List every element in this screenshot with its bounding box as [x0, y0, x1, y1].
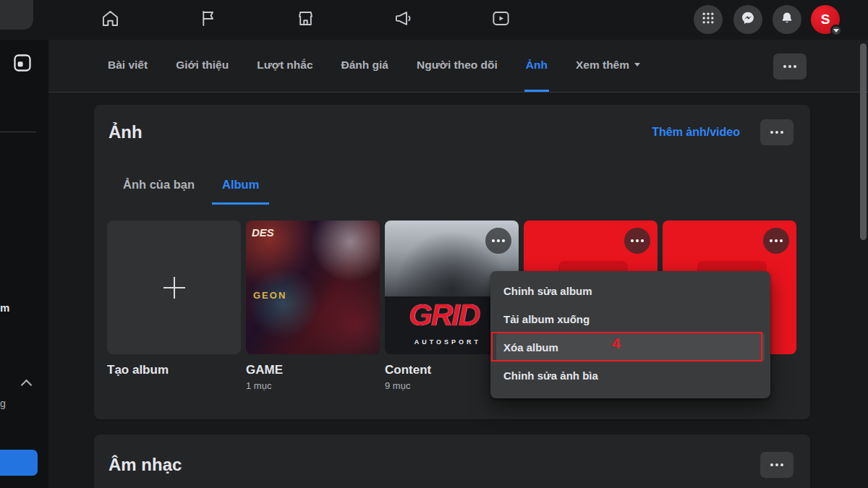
menu-item-label: Xóa album — [503, 341, 558, 354]
album-context-menu: Chỉnh sửa album Tải album xuống Xóa albu… — [490, 271, 770, 398]
album-name[interactable]: GAME — [246, 363, 380, 377]
menu-item-delete-album[interactable]: Xóa album — [496, 333, 765, 361]
avatar-letter: S — [821, 12, 830, 27]
video-icon — [491, 9, 511, 31]
account-chevron-badge — [830, 25, 842, 36]
album-count: 1 mục — [246, 380, 380, 391]
bell-icon — [780, 11, 794, 28]
ellipsis-icon — [631, 239, 644, 242]
music-more-options-button[interactable] — [760, 452, 793, 478]
messenger-button[interactable] — [733, 5, 762, 34]
profile-tab-bar: Bài viết Giới thiệu Lượt nhắc Đánh giá N… — [48, 40, 868, 93]
tab-label: Giới thiệu — [176, 59, 229, 72]
photos-subtabs: Ảnh của bạn Album — [113, 167, 269, 205]
profile-tabs: Bài viết Giới thiệu Lượt nhắc Đánh giá N… — [48, 40, 868, 92]
sidebar-item-label-partial[interactable]: m — [0, 301, 9, 314]
notifications-button[interactable] — [773, 5, 801, 34]
profile-more-options-button[interactable] — [773, 53, 807, 80]
tab-label: Đánh giá — [341, 59, 388, 72]
ellipsis-icon — [770, 239, 783, 242]
subtab-label: Album — [222, 178, 259, 192]
ellipsis-icon — [770, 131, 783, 134]
home-tab[interactable] — [94, 4, 126, 35]
create-album-tile[interactable] — [107, 221, 241, 354]
album-create: Tạo album — [107, 221, 241, 391]
cover-text: AUTOSPORT — [414, 338, 481, 346]
album-options-button[interactable] — [763, 228, 789, 254]
tab-nguoi-theo-doi[interactable]: Người theo dõi — [415, 40, 499, 92]
scrollbar-thumb[interactable] — [860, 43, 867, 240]
photos-more-options-button[interactable] — [760, 119, 793, 145]
megaphone-icon — [393, 9, 413, 31]
ellipsis-icon — [783, 65, 796, 68]
tab-bai-viet[interactable]: Bài viết — [106, 40, 149, 92]
subtab-label: Ảnh của bạn — [123, 178, 195, 192]
sidebar-primary-button[interactable] — [0, 450, 38, 476]
album-game: DES GEON GAME 1 mục — [246, 221, 380, 391]
sidebar-panel-icon — [12, 53, 33, 76]
profile-avatar[interactable]: S — [811, 5, 840, 34]
top-nav: S — [0, 0, 868, 40]
ellipsis-icon — [770, 463, 783, 466]
cover-text: GEON — [253, 290, 286, 301]
corner-overlay — [0, 0, 33, 30]
album-name[interactable]: Tạo album — [107, 363, 241, 377]
menu-item-download-album[interactable]: Tải album xuống — [496, 305, 765, 333]
menu-item-label: Tải album xuống — [503, 313, 590, 325]
sidebar-item-label-partial-2[interactable]: g — [0, 398, 6, 409]
cover-text: DES — [252, 226, 274, 239]
subtab-album[interactable]: Album — [212, 167, 269, 205]
tab-luot-nhac[interactable]: Lượt nhắc — [255, 40, 314, 92]
flag-icon — [198, 9, 218, 31]
subtab-your-photos[interactable]: Ảnh của bạn — [113, 167, 205, 205]
tab-label: Lượt nhắc — [257, 59, 312, 72]
tab-label: Người theo dõi — [417, 59, 498, 72]
tab-label: Bài viết — [108, 59, 148, 72]
menu-item-edit-album[interactable]: Chỉnh sửa album — [496, 277, 765, 305]
add-photo-video-link[interactable]: Thêm ảnh/video — [652, 126, 740, 139]
plus-icon — [163, 277, 185, 299]
home-icon — [101, 9, 120, 31]
ellipsis-icon — [492, 239, 505, 242]
chevron-down-icon — [634, 63, 640, 67]
chevron-down-icon — [833, 29, 839, 33]
cover-text: GRID — [409, 298, 479, 333]
album-options-button[interactable] — [485, 228, 511, 254]
menu-item-label: Chỉnh sửa album — [503, 285, 592, 297]
tab-label: Xem thêm — [576, 59, 629, 72]
menu-item-label: Chỉnh sửa ảnh bìa — [503, 369, 598, 382]
music-title: Âm nhạc — [109, 455, 182, 475]
music-card-header: Âm nhạc — [109, 449, 793, 481]
music-card: Âm nhạc — [94, 435, 810, 488]
apps-grid-icon — [701, 11, 715, 28]
tab-xem-them[interactable]: Xem thêm — [574, 40, 642, 92]
tab-danh-gia[interactable]: Đánh giá — [340, 40, 390, 92]
page-scrollbar — [860, 41, 867, 487]
ads-tab[interactable] — [387, 4, 419, 35]
tab-label: Ảnh — [526, 59, 548, 72]
chevron-up-icon[interactable] — [22, 378, 32, 388]
marketplace-tab[interactable] — [289, 4, 321, 35]
pages-tab[interactable] — [192, 4, 224, 35]
sidebar-divider — [0, 132, 36, 132]
menu-item-edit-cover[interactable]: Chỉnh sửa ảnh bìa — [496, 361, 765, 390]
sidebar-toggle-button[interactable] — [11, 53, 34, 76]
album-cover-game[interactable]: DES GEON — [246, 221, 380, 354]
messenger-icon — [741, 11, 755, 28]
album-options-button[interactable] — [624, 228, 650, 254]
tab-anh[interactable]: Ảnh — [524, 40, 549, 92]
marketplace-icon — [296, 9, 315, 31]
annotation-step-number: 4 — [612, 335, 621, 352]
tab-gioi-thieu[interactable]: Giới thiệu — [174, 40, 230, 92]
apps-menu-button[interactable] — [694, 5, 723, 34]
video-tab[interactable] — [485, 4, 516, 35]
left-sidebar: m g — [0, 40, 48, 488]
photos-card-header: Ảnh Thêm ảnh/video — [109, 116, 793, 148]
photos-title: Ảnh — [109, 122, 142, 142]
